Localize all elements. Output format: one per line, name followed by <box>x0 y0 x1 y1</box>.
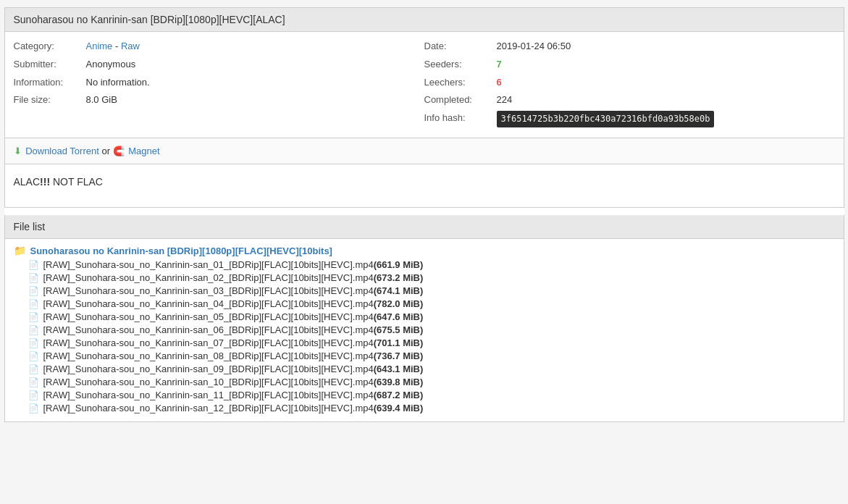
file-icon: 📄 <box>28 260 39 270</box>
file-row: 📄[RAW]_Sunohara-sou_no_Kanrinin-san_08_[… <box>28 350 835 361</box>
alac-bold: !!! <box>40 176 50 188</box>
file-row: 📄[RAW]_Sunohara-sou_no_Kanrinin-san_11_[… <box>28 390 835 400</box>
alac-part2: NOT FLAC <box>50 176 103 188</box>
download-icon: ⬇ <box>14 146 22 156</box>
file-list-container: 📄[RAW]_Sunohara-sou_no_Kanrinin-san_01_[… <box>14 259 835 413</box>
file-name: [RAW]_Sunohara-sou_no_Kanrinin-san_10_[B… <box>43 377 374 387</box>
file-row: 📄[RAW]_Sunohara-sou_no_Kanrinin-san_07_[… <box>28 337 835 348</box>
date-row: Date: 2019-01-24 06:50 <box>424 39 835 54</box>
folder-icon: 📁 <box>14 245 26 256</box>
description-text: ALAC!!! NOT FLAC <box>14 176 103 188</box>
folder-row: 📁 Sunoharasou no Kanrinin-san [BDRip][10… <box>14 245 835 256</box>
filesize-row: File size: 8.0 GiB <box>14 93 424 108</box>
category-raw-link[interactable]: Raw <box>121 41 140 51</box>
file-icon: 📄 <box>28 338 39 348</box>
category-anime-link[interactable]: Anime <box>86 41 113 51</box>
info-right: Date: 2019-01-24 06:50 Seeders: 7 Leeche… <box>424 39 835 130</box>
file-icon: 📄 <box>28 364 39 374</box>
page-title: Sunoharasou no Kanrinin-san [BDRip][1080… <box>4 7 844 32</box>
information-label: Information: <box>14 75 86 91</box>
file-icon: 📄 <box>28 312 39 322</box>
leechers-row: Leechers: 6 <box>424 75 835 91</box>
date-label: Date: <box>424 39 497 54</box>
infohash-row: Info hash: 3f6514725b3b220fbc430a72316bf… <box>424 111 835 127</box>
description-section: ALAC!!! NOT FLAC <box>4 164 844 208</box>
folder-link[interactable]: Sunoharasou no Kanrinin-san [BDRip][1080… <box>30 245 332 256</box>
filesize-label: File size: <box>14 93 86 108</box>
leechers-value: 6 <box>497 75 502 91</box>
file-icon: 📄 <box>28 286 39 296</box>
or-separator: or <box>101 146 110 156</box>
file-size: (661.9 MiB) <box>374 259 424 270</box>
file-size: (687.2 MiB) <box>374 390 424 400</box>
completed-row: Completed: 224 <box>424 93 835 108</box>
date-value: 2019-01-24 06:50 <box>497 39 571 54</box>
seeders-label: Seeders: <box>424 57 497 72</box>
filelist-content: 📁 Sunoharasou no Kanrinin-san [BDRip][10… <box>5 239 844 421</box>
file-name: [RAW]_Sunohara-sou_no_Kanrinin-san_01_[B… <box>43 259 374 270</box>
submitter-label: Submitter: <box>14 57 86 72</box>
download-section: ⬇ Download Torrent or 🧲 Magnet <box>4 138 844 164</box>
file-name: [RAW]_Sunohara-sou_no_Kanrinin-san_06_[B… <box>43 324 374 335</box>
file-name: [RAW]_Sunohara-sou_no_Kanrinin-san_03_[B… <box>43 285 374 296</box>
completed-label: Completed: <box>424 93 497 108</box>
info-section: Category: Anime - Raw Submitter: Anonymo… <box>4 32 844 138</box>
category-value: Anime - Raw <box>86 39 140 54</box>
file-icon: 📄 <box>28 377 39 387</box>
file-size: (639.4 MiB) <box>374 403 424 413</box>
file-icon: 📄 <box>28 325 39 335</box>
file-size: (673.2 MiB) <box>374 272 424 283</box>
file-icon: 📄 <box>28 403 39 413</box>
file-icon: 📄 <box>28 299 39 309</box>
magnet-icon: 🧲 <box>113 146 125 156</box>
download-torrent-link[interactable]: Download Torrent <box>25 146 99 156</box>
magnet-link[interactable]: Magnet <box>128 146 159 156</box>
seeders-value: 7 <box>497 57 502 72</box>
alac-part1: ALAC <box>14 176 41 188</box>
file-size: (736.7 MiB) <box>374 350 424 361</box>
filelist-header: File list <box>5 215 844 239</box>
file-size: (643.1 MiB) <box>374 364 424 374</box>
file-name: [RAW]_Sunohara-sou_no_Kanrinin-san_08_[B… <box>43 350 374 361</box>
submitter-value: Anonymous <box>86 57 136 72</box>
file-name: [RAW]_Sunohara-sou_no_Kanrinin-san_07_[B… <box>43 337 374 348</box>
file-name: [RAW]_Sunohara-sou_no_Kanrinin-san_05_[B… <box>43 311 374 322</box>
filelist-section: File list 📁 Sunoharasou no Kanrinin-san … <box>4 215 844 422</box>
file-icon: 📄 <box>28 351 39 361</box>
file-row: 📄[RAW]_Sunohara-sou_no_Kanrinin-san_05_[… <box>28 311 835 322</box>
file-row: 📄[RAW]_Sunohara-sou_no_Kanrinin-san_02_[… <box>28 272 835 283</box>
file-name: [RAW]_Sunohara-sou_no_Kanrinin-san_11_[B… <box>43 390 374 400</box>
information-row: Information: No information. <box>14 75 424 91</box>
file-icon: 📄 <box>28 390 39 400</box>
file-row: 📄[RAW]_Sunohara-sou_no_Kanrinin-san_10_[… <box>28 377 835 387</box>
file-size: (674.1 MiB) <box>374 285 424 296</box>
file-size: (647.6 MiB) <box>374 311 424 322</box>
category-separator: - <box>115 41 121 51</box>
category-label: Category: <box>14 39 86 54</box>
file-icon: 📄 <box>28 273 39 283</box>
file-size: (701.1 MiB) <box>374 337 424 348</box>
filesize-value: 8.0 GiB <box>86 93 117 108</box>
info-left: Category: Anime - Raw Submitter: Anonymo… <box>14 39 424 130</box>
leechers-label: Leechers: <box>424 75 497 91</box>
infohash-value: 3f6514725b3b220fbc430a72316bfd0a93b58e0b <box>497 111 715 127</box>
file-name: [RAW]_Sunohara-sou_no_Kanrinin-san_02_[B… <box>43 272 374 283</box>
file-name: [RAW]_Sunohara-sou_no_Kanrinin-san_12_[B… <box>43 403 374 413</box>
seeders-row: Seeders: 7 <box>424 57 835 72</box>
file-size: (639.8 MiB) <box>374 377 424 387</box>
submitter-row: Submitter: Anonymous <box>14 57 424 72</box>
category-row: Category: Anime - Raw <box>14 39 424 54</box>
file-size: (782.0 MiB) <box>374 298 424 309</box>
file-row: 📄[RAW]_Sunohara-sou_no_Kanrinin-san_12_[… <box>28 403 835 413</box>
file-row: 📄[RAW]_Sunohara-sou_no_Kanrinin-san_01_[… <box>28 259 835 270</box>
information-value: No information. <box>86 75 150 91</box>
file-name: [RAW]_Sunohara-sou_no_Kanrinin-san_09_[B… <box>43 364 374 374</box>
file-name: [RAW]_Sunohara-sou_no_Kanrinin-san_04_[B… <box>43 298 374 309</box>
file-row: 📄[RAW]_Sunohara-sou_no_Kanrinin-san_06_[… <box>28 324 835 335</box>
infohash-label: Info hash: <box>424 111 497 127</box>
file-size: (675.5 MiB) <box>374 324 424 335</box>
file-row: 📄[RAW]_Sunohara-sou_no_Kanrinin-san_04_[… <box>28 298 835 309</box>
file-row: 📄[RAW]_Sunohara-sou_no_Kanrinin-san_03_[… <box>28 285 835 296</box>
file-row: 📄[RAW]_Sunohara-sou_no_Kanrinin-san_09_[… <box>28 364 835 374</box>
completed-value: 224 <box>497 93 513 108</box>
